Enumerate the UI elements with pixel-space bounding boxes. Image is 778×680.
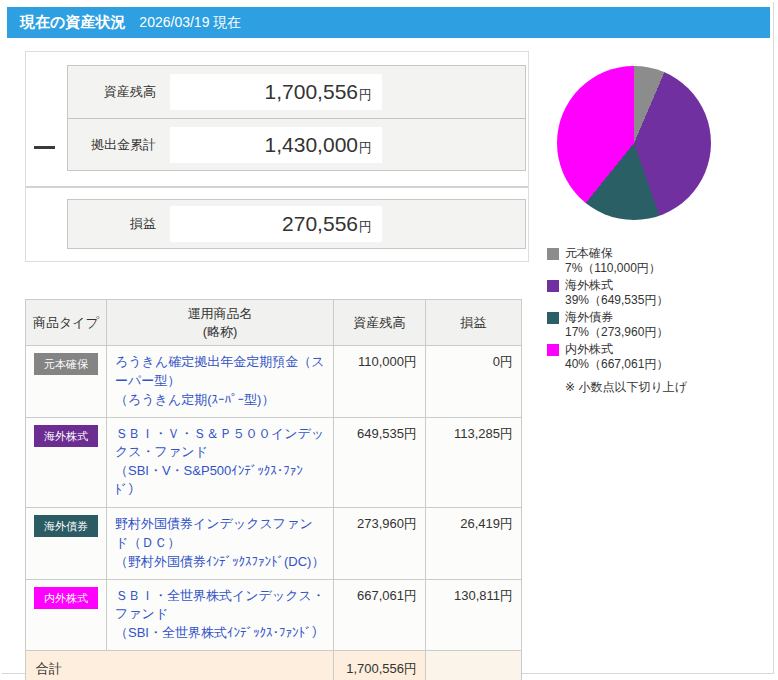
left-column: 資産残高 1,700,556円 拠出金累計 1,430,000円 (25, 51, 525, 680)
legend-color-swatch (547, 344, 559, 356)
product-type-cell: 海外株式 (26, 417, 107, 507)
product-abbr: （SBI・V・S&P500ｲﾝﾃﾞｯｸｽ･ﾌｧﾝﾄﾞ） (115, 463, 303, 497)
legend-color-swatch (547, 312, 559, 324)
product-profit-loss: 0円 (426, 346, 522, 418)
product-name-cell: ＳＢＩ・全世界株式インデックス・ファンド （SBI・全世界株式ｲﾝﾃﾞｯｸｽ･ﾌ… (107, 579, 334, 651)
product-abbr: （ろうきん定期(ｽｰﾊﾟｰ型)） (115, 392, 274, 407)
contribution-total-label: 拠出金累計 (68, 136, 156, 154)
product-profit-loss: 26,419円 (426, 508, 522, 580)
balance-summary-panel: 資産残高 1,700,556円 拠出金累計 1,430,000円 (25, 51, 529, 262)
legend-value: 7%（110,000円） (565, 261, 773, 276)
total-balance: 1,700,556円 (334, 651, 426, 680)
pie-chart (557, 66, 711, 220)
product-abbr: （SBI・全世界株式ｲﾝﾃﾞｯｸｽ･ﾌｧﾝﾄﾞ） (115, 625, 324, 640)
product-name-cell: ろうきん確定拠出年金定期預金（スーパー型） （ろうきん定期(ｽｰﾊﾟｰ型)） (107, 346, 334, 418)
right-column: 元本確保 7%（110,000円） 海外株式 39%（649,535円） 海外債… (525, 51, 773, 680)
asset-status-panel: 現在の資産状況 2026/03/19 現在 資産残高 1,700,556円 拠出… (2, 2, 774, 674)
legend-color-swatch (547, 248, 559, 260)
legend-value: 40%（667,061円） (565, 357, 773, 372)
asset-balance-unit: 円 (359, 87, 372, 102)
header-balance: 資産残高 (334, 300, 426, 346)
as-of-date: 2026/03/19 現在 (139, 14, 241, 32)
minus-operator-icon (34, 146, 55, 149)
table-row: 内外株式 ＳＢＩ・全世界株式インデックス・ファンド （SBI・全世界株式ｲﾝﾃﾞ… (26, 579, 522, 651)
content-area: 資産残高 1,700,556円 拠出金累計 1,430,000円 (2, 38, 773, 680)
product-abbr: （野村外国債券ｲﾝﾃﾞｯｸｽﾌｧﾝﾄﾞ(DC)） (115, 554, 324, 569)
asset-balance-label: 資産残高 (68, 83, 156, 101)
product-profit-loss: 113,285円 (426, 417, 522, 507)
product-name-cell: ＳＢＩ・Ｖ・Ｓ＆Ｐ５００インデックス・ファンド （SBI・V・S&P500ｲﾝﾃ… (107, 417, 334, 507)
product-type-badge: 海外株式 (34, 425, 98, 447)
header-product-name-line1: 運用商品名 (109, 305, 331, 323)
product-type-cell: 内外株式 (26, 579, 107, 651)
section-header: 現在の資産状況 2026/03/19 現在 (7, 7, 770, 38)
product-type-cell: 海外債券 (26, 508, 107, 580)
product-balance: 110,000円 (334, 346, 426, 418)
contribution-total-amount: 1,430,000 (265, 133, 358, 156)
equals-divider (26, 186, 528, 188)
table-row: 海外債券 野村外国債券インデックスファンド（ＤＣ） （野村外国債券ｲﾝﾃﾞｯｸｽ… (26, 508, 522, 580)
header-profit-loss: 損益 (426, 300, 522, 346)
product-name-link[interactable]: ＳＢＩ・全世界株式インデックス・ファンド （SBI・全世界株式ｲﾝﾃﾞｯｸｽ･ﾌ… (115, 587, 325, 644)
legend-item: 内外株式 40%（667,061円） (547, 342, 773, 372)
product-balance: 667,061円 (334, 579, 426, 651)
contribution-total-value: 1,430,000円 (170, 127, 382, 163)
asset-balance-amount: 1,700,556 (265, 80, 358, 103)
header-product-name-line2: (略称) (109, 323, 331, 341)
total-label: 合計 (26, 651, 334, 680)
product-name: ＳＢＩ・全世界株式インデックス・ファンド (115, 588, 325, 622)
profit-loss-label: 損益 (68, 215, 156, 233)
product-name: ろうきん確定拠出年金定期預金（スーパー型） (115, 354, 325, 388)
product-name: ＳＢＩ・Ｖ・Ｓ＆Ｐ５００インデックス・ファンド (115, 426, 324, 460)
product-balance: 649,535円 (334, 417, 426, 507)
legend-label: 海外株式 (565, 278, 613, 293)
product-name-link[interactable]: ろうきん確定拠出年金定期預金（スーパー型） （ろうきん定期(ｽｰﾊﾟｰ型)） (115, 353, 325, 410)
asset-balance-row: 資産残高 1,700,556円 (68, 66, 525, 118)
table-row: 元本確保 ろうきん確定拠出年金定期預金（スーパー型） （ろうきん定期(ｽｰﾊﾟｰ… (26, 346, 522, 418)
rounding-note: ※ 小数点以下切り上げ (565, 379, 773, 396)
contribution-total-row: 拠出金累計 1,430,000円 (68, 118, 525, 170)
legend-item: 元本確保 7%（110,000円） (547, 246, 773, 276)
product-name-cell: 野村外国債券インデックスファンド（ＤＣ） （野村外国債券ｲﾝﾃﾞｯｸｽﾌｧﾝﾄﾞ… (107, 508, 334, 580)
product-name-link[interactable]: ＳＢＩ・Ｖ・Ｓ＆Ｐ５００インデックス・ファンド （SBI・V・S&P500ｲﾝﾃ… (115, 425, 325, 500)
legend-value: 17%（273,960円） (565, 325, 773, 340)
legend-label: 元本確保 (565, 246, 613, 261)
product-name-link[interactable]: 野村外国債券インデックスファンド（ＤＣ） （野村外国債券ｲﾝﾃﾞｯｸｽﾌｧﾝﾄﾞ… (115, 515, 325, 572)
product-profit-loss: 130,811円 (426, 579, 522, 651)
legend-item: 海外株式 39%（649,535円） (547, 278, 773, 308)
product-type-badge: 内外株式 (34, 587, 98, 609)
chart-legend: 元本確保 7%（110,000円） 海外株式 39%（649,535円） 海外債… (547, 246, 773, 372)
legend-color-swatch (547, 280, 559, 292)
asset-balance-value: 1,700,556円 (170, 74, 382, 110)
product-type-cell: 元本確保 (26, 346, 107, 418)
profit-loss-box: 損益 270,556円 (67, 199, 526, 249)
product-type-badge: 海外債券 (34, 515, 98, 537)
table-row: 海外株式 ＳＢＩ・Ｖ・Ｓ＆Ｐ５００インデックス・ファンド （SBI・V・S&P5… (26, 417, 522, 507)
legend-value: 39%（649,535円） (565, 293, 773, 308)
profit-loss-value: 270,556円 (170, 206, 382, 242)
total-row: 合計 1,700,556円 (26, 651, 522, 680)
legend-label: 内外株式 (565, 342, 613, 357)
product-balance: 273,960円 (334, 508, 426, 580)
profit-loss-unit: 円 (359, 219, 372, 234)
total-profit-loss (426, 651, 522, 680)
header-product-type: 商品タイプ (26, 300, 107, 346)
section-title: 現在の資産状況 (20, 13, 125, 32)
profit-loss-amount: 270,556 (282, 212, 358, 235)
header-product-name: 運用商品名 (略称) (107, 300, 334, 346)
legend-item: 海外債券 17%（273,960円） (547, 310, 773, 340)
table-header-row: 商品タイプ 運用商品名 (略称) 資産残高 損益 (26, 300, 522, 346)
profit-loss-row: 損益 270,556円 (68, 200, 525, 248)
contribution-total-unit: 円 (359, 140, 372, 155)
legend-label: 海外債券 (565, 310, 613, 325)
balance-contribution-box: 資産残高 1,700,556円 拠出金累計 1,430,000円 (67, 65, 526, 171)
holdings-table: 商品タイプ 運用商品名 (略称) 資産残高 損益 元本確保 (25, 299, 522, 680)
product-name: 野村外国債券インデックスファンド（ＤＣ） (115, 516, 313, 550)
product-type-badge: 元本確保 (34, 353, 98, 375)
